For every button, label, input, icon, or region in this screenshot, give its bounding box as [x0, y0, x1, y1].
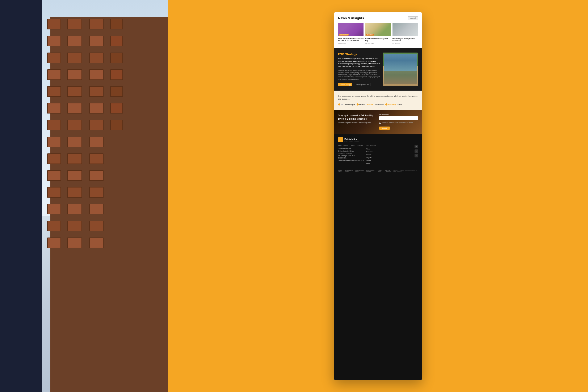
footer-links-list: About Resources Careers Projects Contact…: [366, 148, 391, 165]
building-body: [50, 17, 168, 392]
lbt-label: LBT: [341, 104, 343, 105]
balcony: [67, 154, 82, 164]
balcony: [47, 120, 61, 130]
brickmongers-label: BrickMongers: [345, 104, 355, 105]
newsletter-body: Join our mailing list to receive our lat…: [338, 122, 377, 124]
footer-link-about[interactable]: About: [366, 148, 391, 150]
footer-terms-conditions[interactable]: Terms & Conditions: [385, 170, 393, 172]
esg-buttons: Our ESG Strategy Brickability Group Plc: [338, 83, 380, 86]
footer-link-resources[interactable]: Resources: [366, 150, 391, 154]
news-card-2[interactable]: Brickability Cala Cotswolds Charity Golf…: [365, 23, 391, 44]
services-label: Services: [359, 104, 365, 105]
footer-col-address-title: HEAD OFFICE — BRICK DIVISION: [338, 145, 364, 146]
esg-secondary-button[interactable]: Brickability Group Plc: [354, 83, 370, 86]
balcony: [47, 19, 61, 30]
news-card-title-1: Brick Services Host Annual Ball for Heel…: [338, 38, 363, 42]
submit-button[interactable]: Submit: [379, 126, 390, 130]
esg-sky: [384, 54, 417, 70]
services-icon: [357, 104, 359, 106]
esg-body-text: To help us play our part in tackling the…: [338, 69, 380, 80]
news-card-date-1: 6th Oct 2023: [338, 42, 363, 44]
newsletter-left: Stay up to date with Brickability Brick …: [338, 114, 377, 130]
logo-brickability-brand: Brickability: [385, 104, 396, 106]
balcony: [47, 170, 61, 181]
balcony: [110, 52, 123, 63]
newsletter-section: Stay up to date with Brickability Brick …: [334, 110, 422, 134]
building-image: [42, 0, 168, 392]
news-card-image-3: [392, 23, 418, 36]
balcony: [67, 204, 82, 214]
instagram-icon[interactable]: ●: [415, 154, 418, 158]
news-card-title-3: New Glasgow Brickyard and Showroom: [392, 38, 418, 42]
newsletter-right: Email Address I consent to being sent em…: [379, 114, 418, 130]
balcony: [89, 86, 103, 97]
balcony: [89, 52, 103, 63]
footer-environmental-policy[interactable]: Environmental Policy: [345, 170, 354, 172]
footer-col-links-title: QUICK LINKS: [366, 145, 391, 146]
balcony: [89, 136, 103, 147]
balcony: [110, 69, 123, 80]
brickability-icon: [385, 104, 387, 106]
footer-health-safety[interactable]: Health & Safety Policy: [355, 170, 364, 172]
footer-logo-area: Brickability Brick & Building Materials: [338, 137, 418, 142]
logo-lbt: LBT: [338, 104, 343, 106]
footer-brand-sub: Brick & Building Materials: [344, 140, 359, 142]
footer-logo-text: Brickability Brick & Building Materials: [344, 138, 359, 142]
balcony: [89, 170, 103, 181]
balcony: [89, 154, 103, 164]
news-card-image-1: Brick Services: [338, 23, 363, 36]
architectural-label: architectural: [375, 104, 384, 105]
balcony: [89, 103, 103, 114]
esg-image: [383, 52, 418, 86]
news-section: News & insights View all Brick Services …: [334, 12, 422, 48]
balcony: [47, 36, 61, 46]
esg-primary-button[interactable]: Our ESG Strategy: [338, 83, 352, 86]
footer-email[interactable]: enquiries@brickandbuildingmaterials.co.u…: [338, 159, 364, 162]
footer-link-news[interactable]: News: [366, 162, 391, 165]
facebook-icon[interactable]: f: [415, 150, 418, 153]
footer-link-projects[interactable]: Projects: [366, 156, 391, 159]
footer-columns: HEAD OFFICE — BRICK DIVISION Brickabilit…: [338, 145, 418, 165]
logo-bricklink: Bricklink: [367, 104, 373, 105]
email-label: Email Address: [379, 114, 418, 116]
balcony: [110, 86, 123, 97]
footer-bottom-links: Cookie Policy Environmental Policy Healt…: [338, 170, 393, 172]
footer-cookie-policy[interactable]: Cookie Policy: [338, 170, 343, 172]
esg-title: ESG Strategy: [338, 52, 380, 56]
news-card-date-3: 3rd Jul 2023: [392, 42, 418, 44]
view-all-button[interactable]: View all: [408, 16, 418, 20]
news-title: News & insights: [338, 16, 364, 20]
balcony: [47, 69, 61, 80]
balcony: [89, 221, 103, 231]
building-container: [42, 0, 168, 392]
footer-col-links: QUICK LINKS About Resources Careers Proj…: [366, 145, 391, 165]
linkedin-icon[interactable]: in: [415, 145, 418, 148]
footer-modern-slavery[interactable]: Modern Slavery Statement: [366, 170, 376, 172]
esg-section: ESG Strategy Our parent company, Brickab…: [334, 48, 422, 90]
news-badge-2: Brickability: [366, 34, 374, 36]
esg-bold-text: Our parent company, Brickability Group P…: [338, 58, 380, 68]
footer-logo-icon: [338, 137, 343, 142]
footer-link-careers[interactable]: Careers: [366, 154, 391, 156]
balcony: [47, 103, 61, 114]
balcony: [89, 69, 103, 80]
logos-row: LBT BrickMongers Services Bricklink arch…: [338, 104, 418, 106]
footer-copyright: Copyright © 2023 All Brickability Limite…: [393, 170, 418, 172]
lbt-icon: [338, 104, 340, 106]
newsletter-title: Stay up to date with Brickability Brick …: [338, 114, 377, 120]
news-cards: Brick Services Brick Services Host Annua…: [338, 23, 418, 44]
email-input-field[interactable]: [379, 116, 418, 120]
consent-checkbox[interactable]: [379, 122, 381, 124]
footer-col-address: HEAD OFFICE — BRICK DIVISION Brickabilit…: [338, 145, 364, 165]
balcony: [110, 36, 123, 46]
balcony: [67, 103, 82, 114]
news-card-1[interactable]: Brick Services Brick Services Host Annua…: [338, 23, 363, 44]
footer-link-contact[interactable]: Contact: [366, 159, 391, 162]
news-card-image-2: Brickability: [365, 23, 391, 36]
browser-window: News & insights View all Brick Services …: [334, 12, 422, 380]
footer-privacy-policy[interactable]: Privacy Policy: [378, 170, 383, 172]
news-card-3[interactable]: New Glasgow Brickyard and Showroom 3rd J…: [392, 23, 418, 44]
logo-services: Services: [357, 104, 365, 106]
balcony: [89, 187, 103, 198]
balcony: [47, 204, 61, 214]
